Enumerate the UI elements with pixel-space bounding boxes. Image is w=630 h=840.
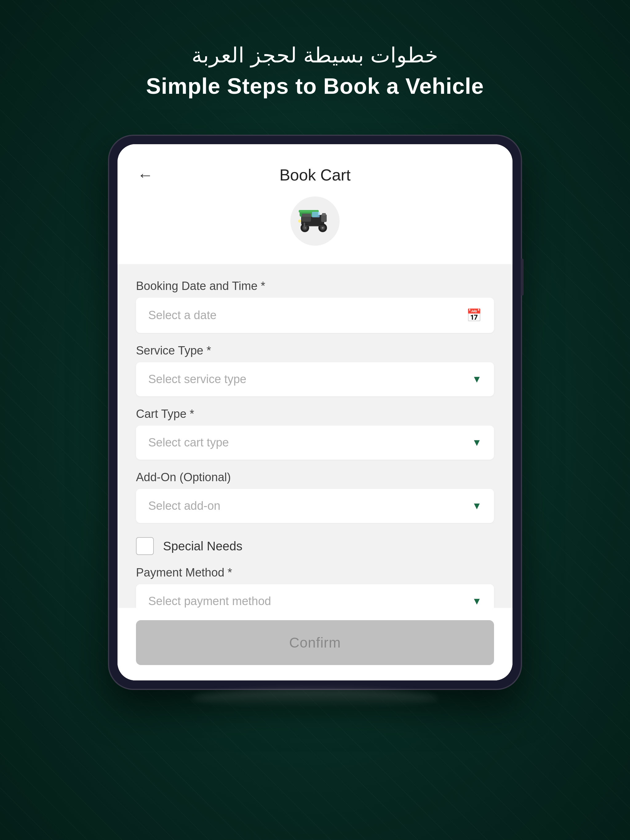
cart-type-chevron-icon: ▼	[472, 437, 482, 448]
cart-type-group: Cart Type * Select cart type ▼	[136, 407, 494, 459]
svg-rect-7	[322, 213, 326, 216]
tablet-reflection	[192, 689, 438, 707]
booking-date-placeholder: Select a date	[148, 309, 217, 322]
svg-rect-3	[312, 212, 320, 217]
svg-rect-15	[304, 223, 305, 229]
addon-group: Add-On (Optional) Select add-on ▼	[136, 471, 494, 523]
cart-type-placeholder: Select cart type	[148, 436, 229, 449]
booking-date-label: Booking Date and Time *	[136, 279, 494, 293]
payment-method-placeholder: Select payment method	[148, 595, 271, 608]
service-type-placeholder: Select service type	[148, 373, 246, 386]
calendar-icon: 📅	[466, 308, 482, 322]
svg-point-16	[298, 219, 301, 223]
confirm-button[interactable]: Confirm	[136, 620, 494, 665]
cart-type-dropdown[interactable]: Select cart type ▼	[136, 426, 494, 459]
app-container: ← Book Cart	[117, 144, 513, 681]
addon-chevron-icon: ▼	[472, 500, 482, 512]
form-area: Booking Date and Time * Select a date 📅 …	[117, 264, 513, 608]
svg-point-13	[322, 227, 324, 229]
cart-type-label: Cart Type *	[136, 407, 494, 421]
tablet-screen: ← Book Cart	[117, 144, 513, 681]
addon-label: Add-On (Optional)	[136, 471, 494, 484]
cart-image	[290, 196, 340, 246]
app-header-area: ← Book Cart	[117, 144, 513, 264]
english-title: Simple Steps to Book a Vehicle	[146, 74, 484, 99]
tablet-frame: ← Book Cart	[109, 136, 521, 689]
booking-date-input[interactable]: Select a date 📅	[136, 298, 494, 333]
payment-method-chevron-icon: ▼	[472, 595, 482, 607]
back-button[interactable]: ←	[136, 166, 154, 184]
special-needs-label: Special Needs	[163, 539, 242, 553]
confirm-button-area: Confirm	[117, 608, 513, 681]
header-section: خطوات بسيطة لحجز العربة Simple Steps to …	[146, 43, 484, 99]
back-arrow-icon: ←	[137, 167, 153, 183]
cart-image-container	[117, 193, 513, 255]
service-type-label: Service Type *	[136, 344, 494, 357]
service-type-group: Service Type * Select service type ▼	[136, 344, 494, 396]
service-type-chevron-icon: ▼	[472, 374, 482, 385]
svg-rect-14	[304, 225, 323, 226]
addon-placeholder: Select add-on	[148, 499, 220, 513]
cart-illustration	[295, 206, 335, 237]
app-title: Book Cart	[279, 166, 350, 184]
arabic-title: خطوات بسيطة لحجز العربة	[146, 43, 484, 67]
special-needs-checkbox[interactable]	[136, 537, 154, 555]
payment-method-label: Payment Method *	[136, 566, 494, 579]
booking-date-group: Booking Date and Time * Select a date 📅	[136, 279, 494, 333]
special-needs-row: Special Needs	[136, 537, 494, 555]
app-header: ← Book Cart	[117, 144, 513, 193]
payment-method-group: Payment Method * Select payment method ▼	[136, 566, 494, 608]
addon-dropdown[interactable]: Select add-on ▼	[136, 489, 494, 523]
service-type-dropdown[interactable]: Select service type ▼	[136, 362, 494, 396]
svg-rect-5	[302, 214, 311, 217]
payment-method-dropdown[interactable]: Select payment method ▼	[136, 584, 494, 608]
tablet-wrapper: ← Book Cart	[109, 136, 521, 707]
